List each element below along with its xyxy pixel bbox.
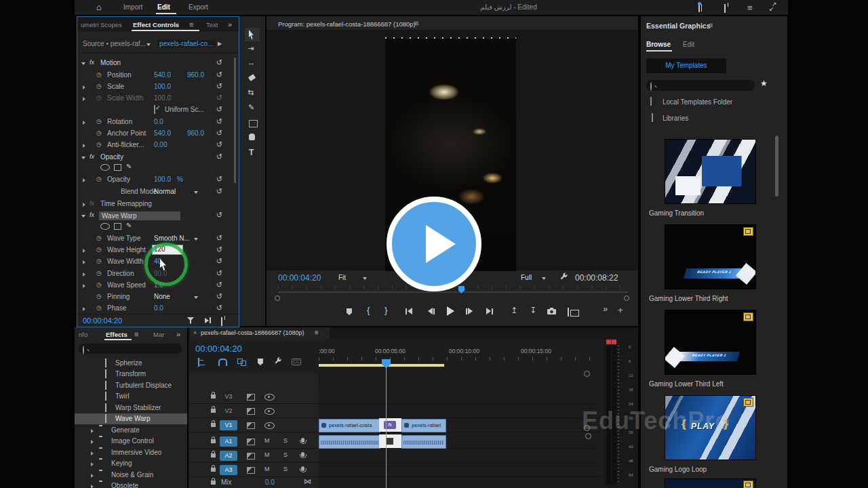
effect-folder[interactable]: Immersive Video xyxy=(75,447,187,458)
mark-out-icon[interactable]: } xyxy=(384,305,387,315)
position-x-value[interactable]: 540.0 xyxy=(154,71,171,79)
sync-lock-icon[interactable] xyxy=(247,467,255,474)
solo-button[interactable]: S xyxy=(283,437,288,444)
expand-icon[interactable] xyxy=(83,178,85,182)
track-output-eye-icon[interactable] xyxy=(264,422,275,429)
track-name-chip-selected[interactable]: V1 xyxy=(220,420,237,430)
home-icon[interactable]: ⌂ xyxy=(96,2,102,12)
add-marker-icon[interactable] xyxy=(258,359,263,365)
reset-parameter-icon[interactable]: ↺ xyxy=(216,106,222,113)
track-output-eye-icon[interactable] xyxy=(264,394,275,401)
more-panel-tabs-icon[interactable]: » xyxy=(176,330,180,338)
reset-parameter-icon[interactable]: ↺ xyxy=(216,83,222,89)
slip-tool-icon[interactable]: ⇆ xyxy=(248,88,254,97)
expand-icon[interactable] xyxy=(83,85,85,89)
timeline-panel-menu-icon[interactable]: ≡ xyxy=(315,329,319,336)
expand-icon[interactable] xyxy=(83,272,85,277)
stopwatch-icon[interactable]: ◷ xyxy=(96,281,102,288)
timeline-timecode[interactable]: 00:00:04:20 xyxy=(195,344,242,354)
selected-transition-segment[interactable]: fx xyxy=(379,418,401,432)
reset-parameter-icon[interactable]: ↺ xyxy=(216,188,222,195)
add-button-icon[interactable]: + xyxy=(618,305,623,315)
expand-icon[interactable] xyxy=(83,121,85,125)
expand-icon[interactable] xyxy=(83,249,85,253)
nest-sequences-icon[interactable] xyxy=(198,358,199,367)
expand-icon[interactable] xyxy=(83,144,85,148)
stopwatch-icon[interactable]: ◷ xyxy=(96,129,102,136)
program-timecode[interactable]: 00:00:04:20 xyxy=(278,273,321,283)
stopwatch-icon[interactable]: ◷ xyxy=(96,83,102,89)
export-icon[interactable] xyxy=(221,317,222,326)
timeline-settings-wrench-icon[interactable] xyxy=(274,357,282,366)
track-header-a2[interactable]: A2 M S xyxy=(189,449,319,463)
lane-mix[interactable] xyxy=(319,477,601,488)
rect-mask-icon[interactable] xyxy=(114,223,121,230)
pen-tool-icon[interactable]: ✎ xyxy=(248,103,254,112)
effect-folder[interactable]: Generate xyxy=(75,425,187,436)
go-to-in-icon[interactable] xyxy=(406,308,412,314)
reset-parameter-icon[interactable]: ↺ xyxy=(216,129,222,136)
tab-edit-graphics[interactable]: Edit xyxy=(683,41,694,48)
template-thumbnail-gaming-transition[interactable] xyxy=(665,139,756,204)
track-name-chip[interactable]: V3 xyxy=(220,392,237,402)
scroll-handle[interactable] xyxy=(584,371,590,377)
sync-lock-icon[interactable] xyxy=(247,408,255,415)
track-output-eye-icon[interactable] xyxy=(264,408,275,415)
reset-effect-icon[interactable]: ↺ xyxy=(216,153,222,160)
track-header-v1[interactable]: V1 xyxy=(189,418,319,432)
local-templates-checkbox[interactable] xyxy=(650,97,652,106)
expand-icon[interactable] xyxy=(83,203,85,207)
anti-flicker-row[interactable]: ◷ Anti-flicker... 0.00 ↺ xyxy=(77,140,239,150)
step-back-icon[interactable] xyxy=(428,308,435,314)
mute-button[interactable]: M xyxy=(264,451,270,458)
solo-button[interactable]: S xyxy=(283,451,288,458)
motion-effect-row[interactable]: fx Motion ↺ xyxy=(77,58,239,68)
lift-icon[interactable]: ↥ xyxy=(511,306,517,315)
settings-wrench-icon[interactable] xyxy=(559,272,568,282)
source-expand-icon[interactable]: ▶ xyxy=(218,41,222,47)
expand-icon[interactable] xyxy=(83,260,85,264)
mute-button[interactable]: M xyxy=(264,437,270,444)
clip-indicator-left[interactable] xyxy=(606,340,611,344)
opacity-value-row[interactable]: ◷ Opacity 100.0 % ↺ xyxy=(77,174,239,185)
effect-list-item[interactable]: Warp Stabilizer xyxy=(75,403,187,413)
pen-mask-icon[interactable]: ✎ xyxy=(126,163,132,170)
step-forward-icon[interactable] xyxy=(466,308,473,314)
audio-clip-1[interactable] xyxy=(319,435,380,449)
add-marker-icon[interactable] xyxy=(347,308,352,315)
expand-icon[interactable] xyxy=(83,284,85,288)
scrollbar[interactable] xyxy=(234,58,236,183)
scale-row[interactable]: ◷ Scale 100.0 ↺ xyxy=(77,81,239,92)
mix-track-header[interactable]: Mix 0.0 ⋈ xyxy=(189,477,319,488)
reset-parameter-icon[interactable]: ↺ xyxy=(216,246,222,253)
razor-tool-icon[interactable] xyxy=(248,74,256,81)
ellipse-mask-icon[interactable] xyxy=(100,223,110,230)
wave-warp-effect-row[interactable]: fx Wave Warp ↺ xyxy=(77,210,239,221)
wave-type-row[interactable]: ◷ Wave Type Smooth N... ↺ xyxy=(77,233,239,244)
tab-effects[interactable]: Effects xyxy=(106,331,127,338)
lane-v1[interactable]: pexels-rafael-costa fx pexels-rafael xyxy=(319,418,601,432)
effect-list-item[interactable]: Transform xyxy=(75,369,187,380)
stopwatch-icon[interactable]: ◷ xyxy=(96,235,102,241)
reset-parameter-icon[interactable]: ↺ xyxy=(216,71,222,78)
effect-folder[interactable]: Obsolete xyxy=(75,481,187,488)
mix-value[interactable]: 0.0 xyxy=(265,479,275,486)
collapse-icon[interactable] xyxy=(81,157,85,159)
uniform-scale-row[interactable]: ✓ Uniform Sc... ↺ xyxy=(77,104,239,115)
track-name-chip-selected[interactable]: A2 xyxy=(220,451,237,461)
source-clip-name[interactable]: pexels-rafael-co... xyxy=(157,40,215,47)
track-lock-icon[interactable] xyxy=(211,423,216,427)
source-dropdown-icon[interactable] xyxy=(146,43,151,46)
position-row[interactable]: ◷ Position 540.0 960.0 ↺ xyxy=(77,70,239,81)
mark-in-icon[interactable]: { xyxy=(367,305,370,315)
audio-clip-2[interactable] xyxy=(401,435,446,449)
stopwatch-icon[interactable]: ◷ xyxy=(96,141,102,148)
track-lock-icon[interactable] xyxy=(211,394,216,399)
sync-lock-icon[interactable] xyxy=(247,422,255,429)
effect-list-item[interactable]: Twirl xyxy=(75,391,187,402)
scrollbar-left-handle[interactable] xyxy=(275,296,280,301)
reset-parameter-icon[interactable]: ↺ xyxy=(216,235,222,241)
template-thumbnail-partial[interactable] xyxy=(665,479,756,488)
stopwatch-icon[interactable]: ◷ xyxy=(96,176,102,182)
scrubber-track[interactable] xyxy=(278,291,628,293)
